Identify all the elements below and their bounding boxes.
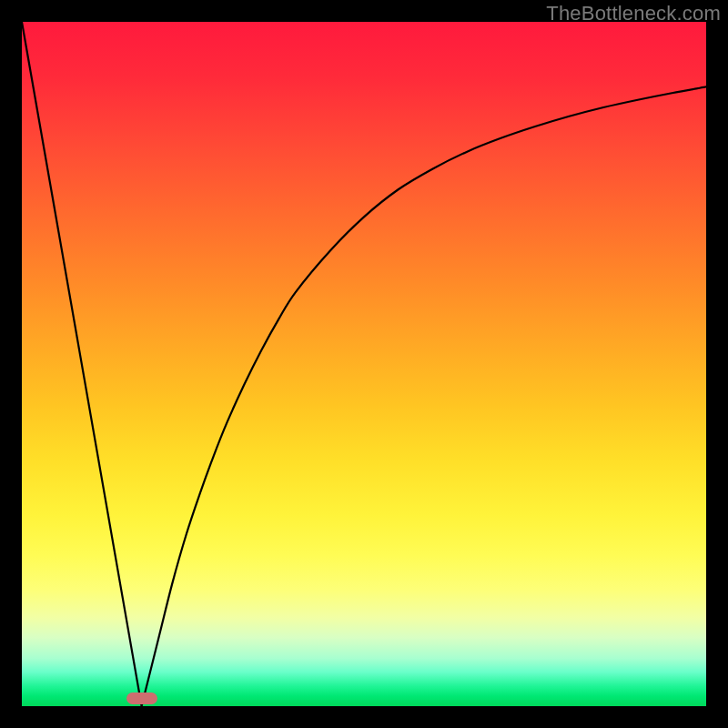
watermark-text: TheBottleneck.com <box>546 2 721 25</box>
optimal-marker <box>126 693 157 704</box>
plot-area <box>22 22 706 706</box>
chart-frame: TheBottleneck.com <box>0 0 728 728</box>
bottleneck-curve <box>22 22 706 706</box>
